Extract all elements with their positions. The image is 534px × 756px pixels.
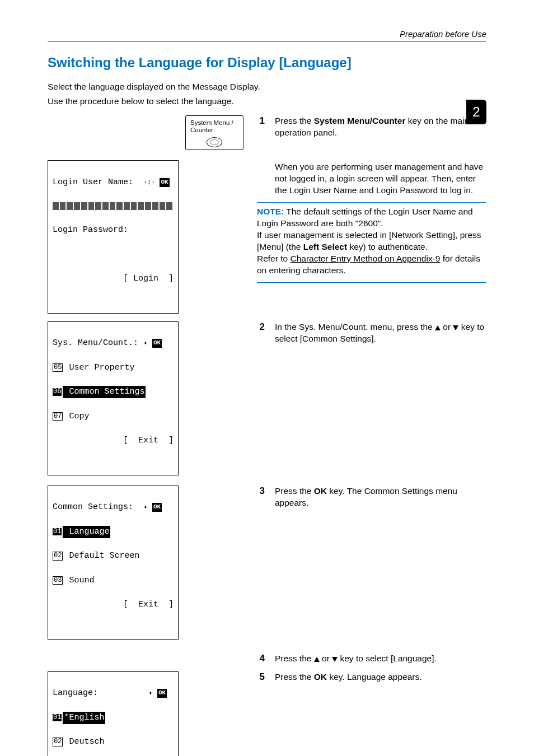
step-5-number: 5 <box>257 671 265 683</box>
lcd-login-button: [ Login ] <box>53 273 174 285</box>
lcd-item-num: 02 <box>53 552 63 560</box>
note-line1: The default settings of the Login User N… <box>257 207 473 228</box>
nav-icon: ✦ <box>143 339 147 347</box>
ok-icon: OK <box>157 689 167 698</box>
lcd-login-panel: Login User Name: ·↕· OK Login Password: … <box>48 160 179 313</box>
key-label-line1: System Menu / <box>190 119 238 127</box>
ok-icon: OK <box>152 503 162 512</box>
lcd-item-num: 01 <box>53 714 62 721</box>
step-1-bold: System Menu/Counter <box>314 116 406 125</box>
note-line2b: Left Select <box>303 242 347 251</box>
lcd-lang-item-1-selected: *English <box>63 712 105 724</box>
lcd-item-num: 05 <box>53 363 63 372</box>
lcd-common-exit: [ Exit ] <box>53 599 174 611</box>
lcd-item-num: 06 <box>53 388 62 395</box>
ok-icon: OK <box>152 339 162 348</box>
lcd-item-num: 03 <box>53 576 63 585</box>
header-rule <box>48 41 486 41</box>
lcd-lang-item-2: Deutsch <box>64 737 104 746</box>
ok-icon: OK <box>160 178 169 187</box>
lcd-sys-menu: Sys. Menu/Count.: ✦ OK 05 User Property … <box>48 321 179 475</box>
step-1-text: Press the System Menu/Counter key on the… <box>275 115 486 139</box>
lcd-sys-item-5: User Property <box>64 363 134 372</box>
note-link: Character Entry Method on Appendix-9 <box>290 254 440 263</box>
step-3-number: 3 <box>257 486 265 497</box>
lcd-common-item-3: Sound <box>64 576 94 585</box>
step-3-text: Press the OK key. The Common Settings me… <box>275 486 486 509</box>
triangle-down-icon <box>332 657 338 662</box>
lcd-common-settings: Common Settings: ✦ OK 01 Language 02 Def… <box>48 486 179 640</box>
step-5-text: Press the OK key. Language appears. <box>275 671 486 683</box>
intro-line-2: Use the procedure below to select the la… <box>48 96 486 106</box>
lcd-common-item-2: Default Screen <box>64 551 139 561</box>
step-1-number: 1 <box>257 115 265 127</box>
step-4-text: Press the or key to select [Language]. <box>275 653 486 665</box>
system-menu-key-illustration: System Menu / Counter <box>185 115 243 150</box>
note-line3a: Refer to <box>257 254 290 263</box>
triangle-up-icon <box>435 325 441 330</box>
lcd-common-item-1-selected: Language <box>63 526 110 538</box>
step-1-pre: Press the <box>275 116 314 125</box>
key-label-line2: Counter <box>190 127 238 134</box>
nav-icon: ✦ <box>143 503 147 511</box>
note-line2c: key) to authenticate. <box>347 242 428 251</box>
lcd-sys-exit: [ Exit ] <box>53 435 174 447</box>
triangle-down-icon <box>453 325 458 330</box>
lcd-login-user: Login User Name: <box>53 178 133 187</box>
step-2-text: In the Sys. Menu/Count. menu, press the … <box>275 321 486 345</box>
key-oval-icon <box>207 137 222 147</box>
lcd-lang-title: Language: <box>53 688 98 698</box>
note-label: NOTE: <box>257 207 284 216</box>
note-block: NOTE: The default settings of the Login … <box>257 206 486 277</box>
triangle-up-icon <box>314 657 320 662</box>
header-section: Preparation before Use <box>48 29 486 39</box>
lcd-sys-item-7: Copy <box>64 412 89 421</box>
page-tab-number: 2 <box>466 100 486 124</box>
lcd-item-num: 02 <box>53 738 63 746</box>
lcd-sys-title: Sys. Menu/Count.: <box>53 338 138 348</box>
note-divider-top <box>257 202 486 203</box>
lcd-common-title: Common Settings: <box>53 502 133 512</box>
lcd-login-password: Login Password: <box>53 224 174 236</box>
step-2-number: 2 <box>257 321 265 333</box>
nav-icon: ·↕· <box>143 178 154 186</box>
login-description: When you are performing user management … <box>275 161 486 197</box>
nav-icon: ✦ <box>148 689 152 697</box>
lcd-item-num: 01 <box>53 528 62 535</box>
note-divider-bottom <box>257 282 486 283</box>
intro-line-1: Select the language displayed on the Mes… <box>48 82 486 92</box>
lcd-sys-item-6-selected: Common Settings <box>63 386 146 398</box>
lcd-login-cursor-row <box>53 202 174 210</box>
lcd-language: Language: ✦ OK 01*English 02 Deutsch 03 … <box>48 671 179 756</box>
step-4-number: 4 <box>257 653 265 664</box>
page-title: Switching the Language for Display [Lang… <box>48 55 486 71</box>
lcd-item-num: 07 <box>53 412 63 421</box>
